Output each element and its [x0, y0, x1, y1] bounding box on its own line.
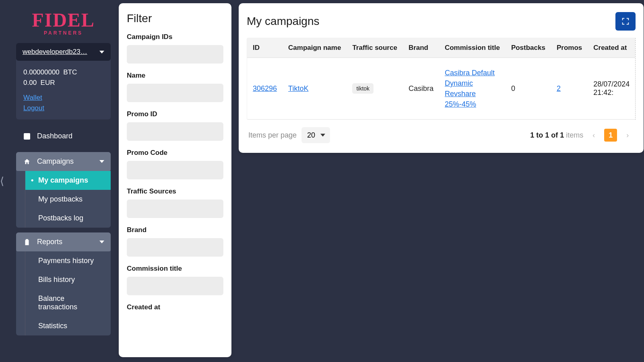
col-postbacks: Postbacks — [506, 38, 551, 58]
input-name[interactable] — [127, 84, 223, 102]
campaign-id-link[interactable]: 306296 — [253, 84, 277, 93]
input-campaign-ids[interactable] — [127, 45, 223, 64]
label-created-at: Created at — [127, 303, 223, 311]
pager-page-1[interactable]: 1 — [604, 129, 617, 142]
input-promo-id[interactable] — [127, 122, 223, 141]
input-commission-title[interactable] — [127, 277, 223, 295]
created-at-value: 28/07/2024 21:42: — [593, 80, 630, 97]
home-icon — [23, 158, 31, 165]
table-header-row: ID Campaign name Traffic source Brand Co… — [247, 38, 635, 58]
nav-campaigns[interactable]: Campaigns — [16, 152, 111, 171]
col-created-at: Created at — [588, 38, 635, 58]
logo: FIDEL PARTNERS — [16, 11, 111, 36]
logo-sub: PARTNERS — [16, 30, 111, 36]
content-panel: My campaigns ID Campaign name Traffic so… — [239, 3, 644, 153]
pager-prev[interactable]: ‹ — [587, 129, 600, 142]
postbacks-value: 0 — [511, 84, 515, 93]
col-id: ID — [247, 38, 283, 58]
sidebar: FIDEL PARTNERS webdeveloperdb23… 0.00000… — [0, 0, 119, 362]
pager-next[interactable]: › — [621, 129, 634, 142]
campaign-name-link[interactable]: TiktoK — [288, 84, 308, 93]
logo-main: FIDEL — [16, 11, 111, 29]
nav-balance-transactions[interactable]: Balance transactions — [25, 289, 111, 317]
nav-my-campaigns[interactable]: My campaigns — [25, 171, 111, 190]
sidebar-collapse-handle[interactable]: ⟨ — [0, 175, 4, 187]
wallet-link[interactable]: Wallet — [23, 93, 103, 103]
user-box: webdeveloperdb23… 0.00000000 BTC 0.00 EU… — [16, 43, 111, 119]
chevron-down-icon — [99, 51, 104, 53]
expand-button[interactable] — [615, 12, 636, 31]
balances: 0.00000000 BTC 0.00 EUR — [16, 61, 111, 88]
label-commission-title: Commission title — [127, 265, 223, 273]
commission-link[interactable]: Casibra Default Dynamic Revshare 25%-45% — [445, 69, 495, 108]
traffic-source-badge: tiktok — [352, 83, 374, 94]
campaigns-submenu: My campaigns My postbacks Postbacks log — [25, 171, 111, 228]
label-promo-id: Promo ID — [127, 110, 223, 118]
col-brand: Brand — [403, 38, 439, 58]
nav-statistics[interactable]: Statistics — [25, 317, 111, 335]
label-name: Name — [127, 72, 223, 80]
nav-payments-history[interactable]: Payments history — [25, 251, 111, 270]
expand-icon — [621, 17, 630, 26]
promos-link[interactable]: 2 — [557, 84, 561, 93]
col-commission-title: Commission title — [439, 38, 506, 58]
nav-postbacks-log[interactable]: Postbacks log — [25, 209, 111, 228]
logout-link[interactable]: Logout — [23, 103, 103, 113]
label-brand: Brand — [127, 226, 223, 234]
items-per-page-select[interactable]: 20 — [301, 127, 330, 143]
table-row: 306296 TiktoK tiktok Casibra Casibra Def… — [247, 58, 635, 119]
dashboard-icon — [23, 133, 31, 140]
chevron-down-icon — [99, 160, 104, 163]
clipboard-icon — [23, 239, 31, 246]
pager: Items per page 20 1 to 1 of 1 items ‹ 1 … — [247, 120, 636, 145]
filter-title: Filter — [127, 12, 223, 25]
input-traffic-sources[interactable] — [127, 200, 223, 218]
main-area: Filter Campaign IDs Name Promo ID Promo … — [119, 0, 644, 362]
label-traffic-sources: Traffic Sources — [127, 187, 223, 195]
chevron-down-icon — [99, 241, 104, 243]
campaigns-table: ID Campaign name Traffic source Brand Co… — [247, 38, 636, 120]
navigation: Dashboard Campaigns My campaigns My post… — [16, 127, 111, 335]
label-promo-code: Promo Code — [127, 149, 223, 157]
nav-my-postbacks[interactable]: My postbacks — [25, 190, 111, 209]
nav-bills-history[interactable]: Bills history — [25, 270, 111, 289]
reports-submenu: Payments history Bills history Balance t… — [25, 251, 111, 335]
nav-dashboard[interactable]: Dashboard — [16, 127, 111, 146]
input-promo-code[interactable] — [127, 161, 223, 179]
filter-panel: Filter Campaign IDs Name Promo ID Promo … — [119, 3, 231, 357]
user-name: webdeveloperdb23… — [23, 48, 87, 56]
input-brand[interactable] — [127, 238, 223, 257]
col-campaign-name: Campaign name — [283, 38, 347, 58]
user-selector[interactable]: webdeveloperdb23… — [16, 43, 111, 61]
col-promos: Promos — [551, 38, 588, 58]
chevron-down-icon — [320, 134, 325, 137]
brand-value: Casibra — [409, 84, 433, 93]
nav-reports[interactable]: Reports — [16, 232, 111, 251]
page-title: My campaigns — [247, 15, 320, 28]
label-campaign-ids: Campaign IDs — [127, 33, 223, 41]
pager-info: 1 to 1 of 1 items — [530, 131, 583, 140]
items-per-page-label: Items per page — [248, 131, 297, 140]
col-traffic-source: Traffic source — [347, 38, 403, 58]
